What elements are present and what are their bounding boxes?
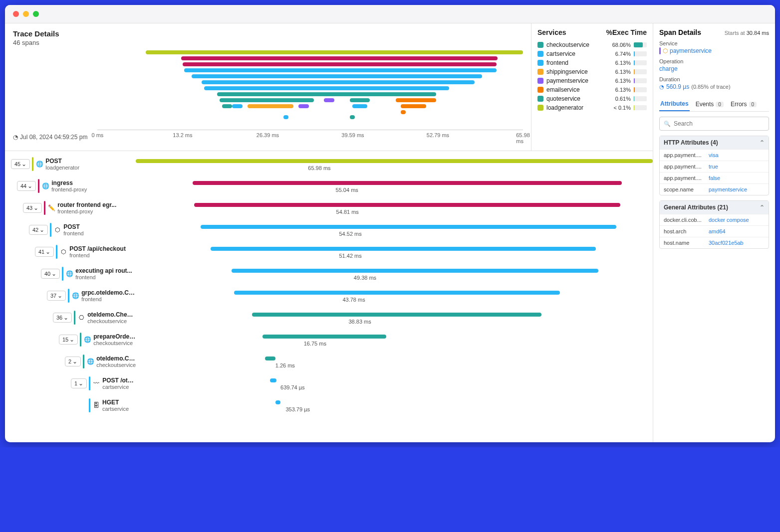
overview-bar[interactable] — [204, 86, 449, 90]
attribute-row[interactable]: app.payment.... visa — [660, 149, 769, 161]
span-row[interactable]: 37 🌐 grpc.oteldemo.Che... frontend 43.78… — [11, 289, 653, 311]
span-service: loadgenerator — [45, 165, 136, 171]
span-list[interactable]: 45 🌐 POST loadgenerator 65.98 ms 44 🌐 in… — [5, 151, 653, 442]
attribute-row[interactable]: app.payment.... false — [660, 172, 769, 183]
span-timeline[interactable]: 51.42 ms — [136, 245, 653, 262]
overview-bar[interactable] — [181, 56, 498, 60]
span-row[interactable]: 1 〰 POST /oteldemo.C... cartservice 639.… — [11, 376, 653, 398]
span-bar[interactable] — [252, 313, 541, 317]
span-expand-toggle[interactable]: 15 — [59, 335, 78, 345]
overview-bar[interactable] — [202, 80, 475, 84]
attribute-row[interactable]: docker.cli.cob... docker compose — [660, 214, 769, 225]
span-row[interactable]: 36 ⎔ oteldemo.Checkou... checkoutservice… — [11, 311, 653, 333]
span-expand-toggle[interactable]: 41 — [35, 247, 54, 257]
span-row[interactable]: 2 🌐 oteldemo.CartSer... checkoutservice … — [11, 355, 653, 376]
tab-errors[interactable]: Errors0 — [730, 97, 758, 111]
span-row[interactable]: 40 🌐 executing api rout... frontend 49.3… — [11, 267, 653, 289]
span-expand-toggle[interactable]: 45 — [11, 159, 30, 169]
span-row[interactable]: 43 ✏️ router frontend egr... frontend-pr… — [11, 201, 653, 223]
attribute-row[interactable]: scope.name paymentservice — [660, 183, 769, 195]
service-row[interactable]: cartservice 6.74% — [537, 49, 647, 58]
span-timeline[interactable]: 639.74 µs — [136, 376, 653, 393]
span-bar[interactable] — [270, 378, 276, 382]
span-timeline[interactable]: 54.52 ms — [136, 223, 653, 240]
overview-bar[interactable] — [396, 98, 437, 102]
span-bar[interactable] — [232, 269, 599, 273]
service-row[interactable]: shippingservice 6.13% — [537, 67, 647, 76]
span-row[interactable]: 41 ⬡ POST /api/checkout frontend 51.42 m… — [11, 245, 653, 267]
overview-bar[interactable] — [298, 104, 308, 108]
tab-events[interactable]: Events0 — [695, 97, 725, 111]
service-row[interactable]: paymentservice 6.13% — [537, 76, 647, 85]
span-expand-toggle[interactable]: 44 — [17, 181, 36, 191]
tab-attributes[interactable]: Attributes — [659, 97, 690, 111]
span-bar[interactable] — [211, 247, 596, 251]
overview-bar[interactable] — [401, 110, 406, 114]
overview-bar[interactable] — [183, 62, 497, 66]
span-row[interactable]: 42 ⬡ POST frontend 54.52 ms — [11, 223, 653, 245]
attribute-row[interactable]: host.name 30acf021e5ab — [660, 237, 769, 248]
overview-bar[interactable] — [192, 74, 483, 78]
attribute-value: true — [709, 164, 765, 170]
overview-bar[interactable] — [146, 50, 523, 54]
span-row[interactable]: 45 🌐 POST loadgenerator 65.98 ms — [11, 157, 653, 179]
span-bar[interactable] — [194, 203, 620, 207]
overview-bar[interactable] — [184, 68, 496, 72]
overview-bar[interactable] — [401, 104, 426, 108]
operation-value[interactable]: charge — [659, 65, 769, 72]
overview-bar[interactable] — [283, 115, 288, 119]
service-value[interactable]: ⬡ paymentservice — [659, 47, 769, 54]
span-bar[interactable] — [234, 291, 560, 295]
service-row[interactable]: checkoutservice 68.06% — [537, 40, 647, 49]
overview-bar[interactable] — [350, 115, 355, 119]
attribute-group-header[interactable]: General Attributes (21) — [660, 201, 769, 214]
span-timeline[interactable]: 353.79 µs — [136, 398, 653, 415]
span-expand-toggle[interactable]: 1 — [71, 378, 87, 388]
search-input[interactable] — [674, 120, 765, 127]
span-timeline[interactable]: 55.04 ms — [136, 179, 653, 196]
span-bar[interactable] — [265, 356, 275, 360]
service-row[interactable]: loadgenerator < 0.1% — [537, 103, 647, 112]
span-timeline[interactable]: 38.83 ms — [136, 311, 653, 328]
service-row[interactable]: frontend 6.13% — [537, 58, 647, 67]
span-expand-toggle[interactable]: 2 — [65, 356, 81, 366]
span-timeline[interactable]: 49.38 ms — [136, 267, 653, 284]
span-expand-toggle[interactable]: 37 — [47, 291, 66, 301]
overview-waterfall[interactable] — [13, 50, 523, 128]
attribute-row[interactable]: app.payment.... true — [660, 161, 769, 172]
overview-bar[interactable] — [222, 104, 232, 108]
span-timeline[interactable]: 1.26 ms — [136, 355, 653, 371]
maximize-icon[interactable] — [33, 11, 39, 17]
span-timeline[interactable]: 43.78 ms — [136, 289, 653, 306]
close-icon[interactable] — [13, 11, 19, 17]
span-bar[interactable] — [275, 400, 280, 404]
span-expand-toggle[interactable]: 36 — [53, 313, 72, 323]
overview-bar[interactable] — [352, 104, 368, 108]
span-timeline[interactable]: 54.81 ms — [136, 201, 653, 218]
span-timeline[interactable]: 65.98 ms — [136, 157, 653, 174]
service-row[interactable]: quoteservice 0.61% — [537, 94, 647, 103]
span-bar[interactable] — [136, 159, 653, 163]
service-name: checkoutservice — [546, 41, 605, 48]
span-bar[interactable] — [262, 335, 387, 339]
span-expand-toggle[interactable]: 40 — [41, 269, 60, 279]
overview-bar[interactable] — [350, 98, 370, 102]
attribute-group-header[interactable]: HTTP Attributes (4) — [660, 136, 769, 149]
span-expand-toggle[interactable]: 43 — [23, 203, 42, 213]
span-bar[interactable] — [201, 225, 617, 229]
attribute-search[interactable] — [659, 117, 769, 131]
overview-bar[interactable] — [324, 98, 334, 102]
span-row[interactable]: 15 🌐 prepareOrderItem... checkoutservice… — [11, 333, 653, 355]
overview-bar[interactable] — [232, 104, 242, 108]
span-bar[interactable] — [193, 181, 622, 185]
span-row[interactable]: 🗄 HGET cartservice 353.79 µs — [11, 398, 653, 420]
attribute-row[interactable]: host.arch amd64 — [660, 225, 769, 237]
overview-bar[interactable] — [217, 92, 436, 96]
service-row[interactable]: emailservice 6.13% — [537, 85, 647, 94]
span-expand-toggle[interactable]: 42 — [29, 225, 48, 235]
minimize-icon[interactable] — [23, 11, 29, 17]
span-timeline[interactable]: 16.75 ms — [136, 333, 653, 350]
span-row[interactable]: 44 🌐 ingress frontend-proxy 55.04 ms — [11, 179, 653, 201]
overview-bar[interactable] — [220, 98, 314, 102]
overview-bar[interactable] — [248, 104, 293, 108]
